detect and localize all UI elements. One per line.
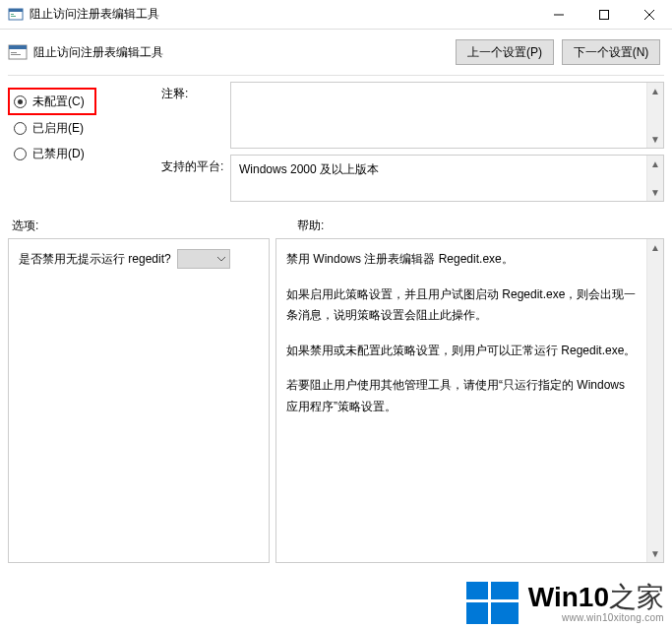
prev-setting-button[interactable]: 上一个设置(P) [456, 39, 554, 65]
state-radio-group: 未配置(C) 已启用(E) 已禁用(D) [8, 82, 161, 166]
radio-label: 已启用(E) [32, 120, 84, 137]
svg-rect-10 [11, 52, 17, 53]
scrollbar[interactable]: ▲ ▼ [646, 156, 663, 201]
radio-enabled[interactable]: 已启用(E) [8, 115, 161, 141]
platform-value: Windows 2000 及以上版本 [239, 162, 379, 176]
help-paragraph: 如果启用此策略设置，并且用户试图启动 Regedit.exe，则会出现一条消息，… [286, 284, 640, 327]
help-paragraph: 如果禁用或未配置此策略设置，则用户可以正常运行 Regedit.exe。 [286, 341, 640, 362]
radio-disabled[interactable]: 已禁用(D) [8, 141, 161, 166]
comment-textarea[interactable]: ▲ ▼ [230, 82, 664, 149]
chevron-down-icon [217, 255, 225, 263]
windows-logo-icon [466, 582, 519, 624]
scroll-down-icon[interactable]: ▼ [647, 131, 663, 148]
radio-label: 未配置(C) [32, 94, 85, 110]
window-controls [536, 0, 672, 30]
options-section-label: 选项: [12, 218, 297, 234]
policy-icon [8, 42, 28, 62]
comment-label: 注释: [161, 82, 230, 102]
window-title: 阻止访问注册表编辑工具 [30, 6, 536, 23]
svg-rect-2 [11, 14, 14, 15]
option-question-label: 是否禁用无提示运行 regedit? [19, 251, 171, 268]
svg-rect-9 [9, 45, 27, 49]
maximize-button[interactable] [581, 0, 627, 30]
watermark-url: www.win10xitong.com [528, 613, 664, 623]
platform-label: 支持的平台: [161, 155, 230, 175]
options-panel: 是否禁用无提示运行 regedit? [8, 238, 270, 563]
scrollbar[interactable]: ▲ ▼ [646, 239, 663, 562]
help-panel: 禁用 Windows 注册表编辑器 Regedit.exe。 如果启用此策略设置… [275, 238, 664, 563]
window-titlebar: 阻止访问注册表编辑工具 [0, 0, 672, 30]
radio-dot-icon [14, 95, 27, 108]
scroll-up-icon[interactable]: ▲ [647, 83, 663, 99]
supported-platform-box: Windows 2000 及以上版本 ▲ ▼ [230, 155, 664, 202]
help-paragraph: 若要阻止用户使用其他管理工具，请使用“只运行指定的 Windows 应用程序”策… [286, 375, 640, 417]
radio-dot-icon [14, 148, 27, 160]
radio-dot-icon [14, 122, 27, 135]
radio-label: 已禁用(D) [32, 146, 85, 162]
minimize-button[interactable] [536, 0, 581, 30]
scroll-down-icon[interactable]: ▼ [647, 184, 663, 201]
scroll-down-icon[interactable]: ▼ [647, 545, 663, 562]
help-paragraph: 禁用 Windows 注册表编辑器 Regedit.exe。 [286, 249, 640, 271]
scroll-up-icon[interactable]: ▲ [647, 156, 663, 172]
svg-rect-5 [600, 10, 609, 19]
app-icon [8, 7, 24, 23]
next-setting-button[interactable]: 下一个设置(N) [562, 39, 660, 65]
help-section-label: 帮助: [297, 218, 660, 234]
watermark-brand: Win10之家 [528, 584, 664, 611]
option-dropdown[interactable] [177, 249, 230, 269]
radio-not-configured[interactable]: 未配置(C) [8, 88, 96, 115]
watermark: Win10之家 www.win10xitong.com [458, 578, 672, 628]
svg-rect-3 [11, 16, 16, 17]
svg-rect-1 [9, 9, 23, 12]
svg-rect-11 [11, 54, 21, 55]
scroll-up-icon[interactable]: ▲ [647, 239, 663, 256]
policy-header: 阻止访问注册表编辑工具 上一个设置(P) 下一个设置(N) [0, 30, 672, 75]
close-button[interactable] [627, 0, 672, 30]
policy-title: 阻止访问注册表编辑工具 [33, 44, 456, 61]
scrollbar[interactable]: ▲ ▼ [646, 83, 663, 148]
